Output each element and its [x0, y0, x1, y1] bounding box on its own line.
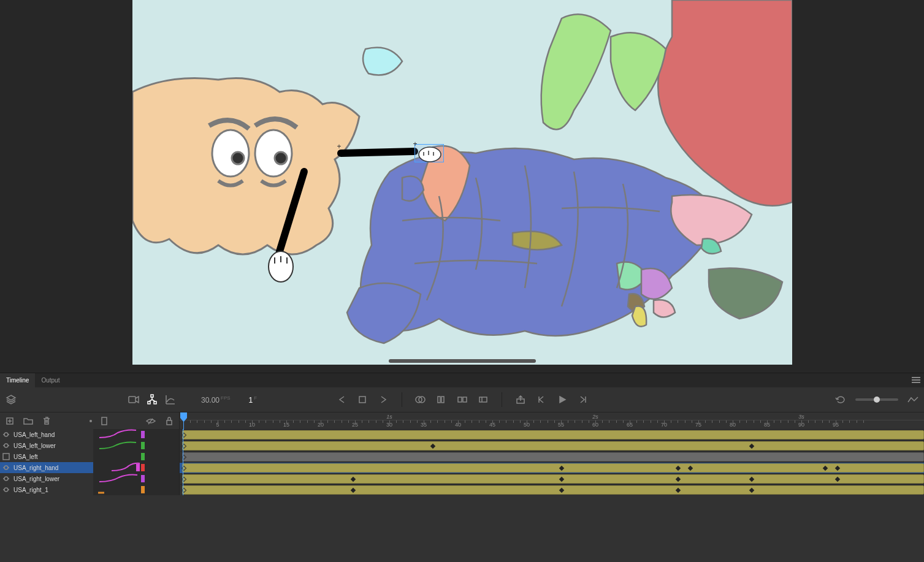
outline-toggle-icon[interactable] [98, 415, 110, 427]
layer-row[interactable]: USA_right_hand [0, 462, 924, 473]
layer-label-area[interactable]: USA_left_lower [0, 440, 93, 451]
onion-skin-icon[interactable] [414, 393, 427, 406]
symbol-icon [2, 442, 10, 449]
anchor-marker: + [337, 142, 342, 151]
svg-point-10 [419, 147, 441, 162]
layer-header-row: 1s2s3s 510152025303540455055606570758085… [0, 412, 924, 429]
step-back-icon[interactable] [535, 393, 548, 406]
layer-track[interactable] [179, 462, 924, 473]
layer-label-area[interactable]: USA_right_1 [0, 484, 93, 495]
layer-label-area[interactable]: USA_left [0, 451, 93, 462]
svg-rect-30 [3, 454, 9, 460]
step-forward-icon[interactable] [577, 393, 589, 406]
svg-line-9 [341, 151, 414, 153]
frame-display[interactable]: 1F [249, 395, 258, 404]
svg-point-3 [275, 152, 287, 164]
timeline-toolbar: 30.00FPS 1F [0, 387, 924, 412]
layer-row[interactable]: USA_left_hand [0, 429, 924, 440]
svg-rect-24 [463, 397, 467, 402]
svg-rect-21 [438, 397, 440, 403]
panel-tabs: Timeline Output [0, 373, 924, 387]
panel-menu-icon[interactable] [912, 376, 920, 384]
graph-icon[interactable] [164, 393, 177, 406]
graphic-icon [2, 453, 10, 460]
lock-icon[interactable] [163, 415, 175, 427]
layer-curve-area [93, 484, 179, 495]
svg-line-4 [280, 172, 304, 251]
play-icon[interactable] [556, 393, 568, 406]
tab-timeline[interactable]: Timeline [0, 373, 35, 387]
svg-rect-16 [148, 401, 150, 404]
trash-icon[interactable] [40, 415, 53, 427]
usa-left-arm [255, 165, 329, 288]
svg-rect-29 [167, 420, 172, 425]
stage-area: + + [0, 0, 924, 373]
layer-name: USA_left_hand [13, 431, 55, 438]
layer-row[interactable]: USA_right_1 [0, 484, 924, 495]
stage-horizontal-scrollbar[interactable] [389, 359, 536, 363]
highlight-dot-icon[interactable] [90, 420, 92, 422]
layer-name: USA_left_lower [13, 442, 56, 449]
edit-multiple-icon[interactable] [456, 393, 468, 406]
layers-icon[interactable] [5, 393, 17, 406]
next-icon[interactable] [377, 393, 389, 406]
layer-curve-area [93, 451, 179, 462]
playhead[interactable] [183, 412, 184, 430]
new-folder-icon[interactable] [22, 415, 34, 427]
layer-track[interactable] [179, 484, 924, 495]
layer-curve-area [93, 473, 179, 484]
symbol-icon [2, 475, 10, 482]
layer-track[interactable] [179, 429, 924, 440]
timeline-ruler[interactable]: 1s2s3s 510152025303540455055606570758085… [179, 412, 924, 430]
fit-icon[interactable] [907, 393, 919, 406]
svg-rect-15 [151, 395, 153, 397]
layer-curve-area [93, 462, 179, 473]
svg-point-5 [269, 251, 293, 282]
layer-row[interactable]: USA_left_lower [0, 440, 924, 451]
layer-track[interactable] [179, 473, 924, 484]
svg-point-2 [232, 152, 244, 164]
svg-point-0 [212, 130, 249, 177]
fps-display[interactable]: 30.00FPS [201, 395, 231, 404]
layer-label-area[interactable]: USA_right_lower [0, 473, 93, 484]
zoom-slider[interactable] [855, 398, 898, 401]
new-layer-icon[interactable] [4, 415, 16, 427]
layer-label-area[interactable]: USA_right_hand [0, 462, 93, 473]
marker-icon[interactable] [477, 393, 489, 406]
layer-name: USA_right_hand [13, 465, 58, 471]
svg-rect-22 [441, 397, 444, 403]
camera-icon[interactable] [128, 393, 140, 406]
layer-name: USA_right_1 [13, 487, 48, 493]
svg-rect-14 [129, 397, 136, 403]
layer-parenting-icon[interactable] [146, 393, 158, 406]
svg-rect-23 [458, 397, 462, 402]
layer-label-area[interactable]: USA_left_hand [0, 429, 93, 440]
layer-row[interactable]: USA_left [0, 451, 924, 462]
playhead-line [183, 429, 183, 495]
svg-rect-18 [359, 397, 365, 403]
svg-rect-17 [154, 401, 156, 404]
layer-curve-area [93, 440, 179, 451]
layer-row[interactable]: USA_right_lower [0, 473, 924, 484]
layer-track[interactable] [179, 451, 924, 462]
symbol-icon [2, 486, 10, 493]
layer-name: USA_left [13, 454, 37, 460]
stop-icon[interactable] [356, 393, 368, 406]
symbol-icon [2, 464, 10, 471]
visibility-icon[interactable] [145, 415, 157, 427]
export-icon[interactable] [514, 393, 527, 406]
svg-rect-25 [479, 397, 487, 402]
svg-rect-28 [102, 417, 107, 425]
symbol-icon [2, 431, 10, 438]
layer-track[interactable] [179, 440, 924, 451]
layers-panel: USA_left_hand USA_left_lower USA_left [0, 429, 924, 562]
prev-icon[interactable] [335, 393, 348, 406]
layer-name: USA_right_lower [13, 476, 59, 482]
tab-output[interactable]: Output [35, 373, 66, 387]
anchor-marker: + [413, 140, 418, 148]
selection-bounding-box[interactable] [414, 144, 444, 162]
stage-canvas[interactable]: + + [132, 0, 792, 365]
loop-icon[interactable] [834, 393, 847, 406]
layer-curve-area [93, 429, 179, 440]
onion-outlines-icon[interactable] [435, 393, 448, 406]
